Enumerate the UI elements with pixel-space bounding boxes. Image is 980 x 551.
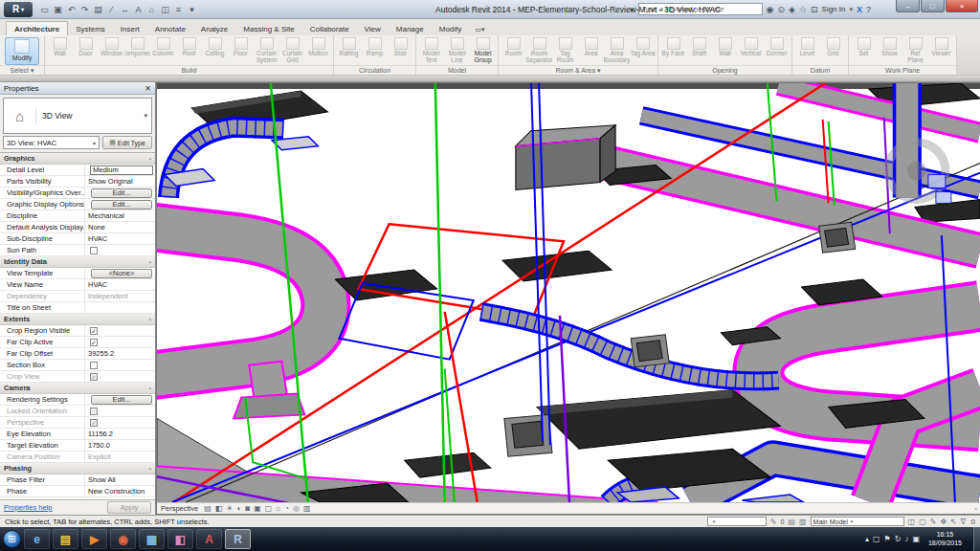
crop-view-icon[interactable]: ▣ bbox=[254, 504, 261, 514]
properties-palette-header[interactable]: Properties ✕ bbox=[0, 82, 155, 95]
tab-annotate[interactable]: Annotate bbox=[147, 22, 193, 35]
ribbon-button-curtain-system[interactable]: Curtain System bbox=[254, 36, 279, 65]
ribbon-button-stair[interactable]: Stair bbox=[388, 36, 413, 65]
reveal-hidden-elements-icon[interactable]: ◎ bbox=[293, 504, 300, 514]
ribbon-button-ceiling[interactable]: Ceiling bbox=[202, 36, 228, 65]
volume-icon[interactable]: ♪ bbox=[904, 535, 908, 543]
view-selector-combo[interactable]: 3D View: HVAC ▾ bbox=[3, 136, 100, 149]
tab-manage[interactable]: Manage bbox=[389, 22, 432, 35]
communication-center-icon[interactable]: ◈ bbox=[789, 5, 795, 14]
sign-in-person-icon[interactable]: ⊡ bbox=[811, 5, 818, 14]
ribbon-button-vertical[interactable]: Vertical bbox=[738, 36, 764, 65]
tab-analyze[interactable]: Analyze bbox=[193, 22, 235, 35]
display-icon[interactable]: ▢ bbox=[873, 535, 880, 543]
ribbon-button-ramp[interactable]: Ramp bbox=[362, 36, 388, 65]
undo-icon[interactable]: ↶ bbox=[66, 5, 77, 14]
panel-label-datum[interactable]: Datum bbox=[792, 65, 848, 75]
property-group-extents[interactable]: Extents▪ bbox=[0, 314, 155, 325]
property-checkbox[interactable] bbox=[90, 247, 98, 254]
ribbon-button-tag-area[interactable]: Tag Area bbox=[630, 36, 656, 65]
group-pin-icon[interactable]: ▪ bbox=[149, 466, 151, 472]
redo-icon[interactable]: ↷ bbox=[79, 5, 90, 14]
ribbon-button-set[interactable]: Set bbox=[851, 36, 877, 65]
group-pin-icon[interactable]: ▪ bbox=[149, 317, 151, 322]
ribbon-button-level[interactable]: Level bbox=[794, 36, 820, 65]
ribbon-display-toggle-icon[interactable]: ▭▾ bbox=[469, 23, 490, 35]
ribbon-button-ref-plane[interactable]: Ref Plane bbox=[902, 36, 928, 65]
ribbon-button-door[interactable]: Door bbox=[73, 36, 99, 65]
design-option-select[interactable]: Main Model▾ bbox=[811, 517, 904, 526]
sign-in-caret-icon[interactable]: ▾ bbox=[849, 6, 853, 13]
property-value-button[interactable]: Edit... bbox=[91, 200, 152, 209]
ribbon-button-mullion[interactable]: Mullion bbox=[305, 36, 331, 65]
visual-style-icon[interactable]: ◧ bbox=[215, 504, 223, 514]
property-checkbox[interactable]: ✓ bbox=[90, 339, 98, 346]
taskbar-clock[interactable]: 16:15 18/09/2015 bbox=[924, 531, 967, 547]
ribbon-button-area[interactable]: Area bbox=[578, 36, 604, 65]
panel-label-work-plane[interactable]: Work Plane bbox=[849, 65, 956, 75]
minimize-button[interactable]: – bbox=[896, 0, 920, 12]
editable-only-icon[interactable]: ✎ bbox=[770, 518, 777, 526]
shadows-icon[interactable]: ◐ bbox=[236, 504, 241, 514]
start-button[interactable]: ⊞ bbox=[3, 530, 21, 548]
ribbon-button-grid[interactable]: Grid bbox=[820, 36, 846, 65]
taskbar-photo-viewer[interactable]: ▦ bbox=[139, 529, 165, 549]
open-icon[interactable]: ▭ bbox=[39, 5, 50, 14]
taskbar-media-player[interactable]: ▶ bbox=[81, 529, 107, 549]
ribbon-button-area-boundary[interactable]: Area Boundary bbox=[604, 36, 630, 65]
exchange-apps-icon[interactable]: X bbox=[857, 5, 862, 14]
sign-in-button[interactable]: Sign In bbox=[822, 5, 846, 13]
default-3d-view-icon[interactable]: ⌂ bbox=[146, 5, 157, 14]
temporary-hide-isolate-icon[interactable]: ◔ bbox=[284, 504, 289, 514]
ribbon-button-curtain-grid[interactable]: Curtain Grid bbox=[279, 36, 305, 65]
application-menu-button[interactable]: R ▾ bbox=[4, 2, 33, 17]
view-control-bar-grip[interactable]: ▪ bbox=[975, 505, 977, 512]
properties-help-link[interactable]: Properties help bbox=[4, 503, 52, 512]
group-pin-icon[interactable]: ▪ bbox=[149, 386, 151, 391]
select-panel-label[interactable]: Select ▾ bbox=[0, 65, 44, 75]
type-selector[interactable]: ⌂ 3D View ▾ bbox=[3, 98, 152, 134]
favorites-icon[interactable]: ☆ bbox=[799, 5, 807, 14]
property-group-identity-data[interactable]: Identity Data▪ bbox=[0, 256, 155, 268]
property-group-phasing[interactable]: Phasing▪ bbox=[0, 463, 155, 474]
panel-label-build[interactable]: Build bbox=[45, 65, 333, 75]
press-drag-icon[interactable]: ✥ bbox=[940, 518, 947, 526]
property-value-combo[interactable]: Medium bbox=[90, 165, 153, 175]
network-icon[interactable]: ▣ bbox=[912, 535, 920, 543]
ribbon-button-room[interactable]: Room bbox=[501, 36, 526, 65]
hvac-3d-model[interactable] bbox=[157, 83, 980, 502]
ribbon-button-room-separator[interactable]: Room Separator bbox=[526, 36, 552, 65]
ribbon-button-model-text[interactable]: Model Text bbox=[418, 36, 444, 65]
edit-type-button[interactable]: ▦ Edit Type bbox=[102, 136, 152, 149]
show-crop-region-icon[interactable]: ▢ bbox=[265, 504, 273, 514]
property-checkbox[interactable]: ✓ bbox=[90, 327, 98, 335]
ribbon-button-by-face[interactable]: By Face bbox=[660, 36, 686, 65]
exclude-options-icon[interactable]: ▢ bbox=[919, 518, 926, 526]
taskbar-autocad[interactable]: A bbox=[196, 529, 222, 549]
panel-label-model[interactable]: Model bbox=[416, 65, 498, 75]
property-group-graphics[interactable]: Graphics▪ bbox=[0, 153, 155, 165]
ribbon-button-wall[interactable]: Wall bbox=[47, 36, 73, 65]
ribbon-button-dormer[interactable]: Dormer bbox=[764, 36, 790, 65]
modify-button[interactable]: Modify bbox=[5, 37, 39, 65]
search-icon[interactable]: ◉ bbox=[767, 5, 774, 14]
tab-collaborate[interactable]: Collaborate bbox=[302, 22, 357, 35]
property-value-button[interactable]: <None> bbox=[91, 269, 152, 278]
show-desktop-button[interactable] bbox=[973, 527, 980, 551]
group-pin-icon[interactable]: ▪ bbox=[149, 259, 151, 265]
text-icon[interactable]: A bbox=[133, 5, 144, 14]
close-button[interactable]: × bbox=[946, 0, 978, 12]
print-icon[interactable]: ▤ bbox=[93, 5, 103, 14]
subscription-center-icon[interactable]: ⊙ bbox=[777, 5, 785, 14]
ribbon-button-viewer[interactable]: Viewer bbox=[928, 36, 954, 65]
save-icon[interactable]: ▣ bbox=[53, 5, 63, 14]
group-pin-icon[interactable]: ▪ bbox=[149, 156, 151, 162]
worksets-icon[interactable]: ▤ bbox=[788, 518, 795, 526]
close-icon[interactable]: ✕ bbox=[145, 84, 151, 93]
taskbar-windows-explorer[interactable]: ▤ bbox=[53, 529, 78, 549]
ribbon-button-railing[interactable]: Railing bbox=[336, 36, 362, 65]
panel-label-circulation[interactable]: Circulation bbox=[334, 65, 415, 75]
thin-lines-icon[interactable]: ≡ bbox=[173, 5, 184, 14]
design-options-icon[interactable]: ◫ bbox=[908, 518, 916, 526]
filter-icon[interactable]: ∇ bbox=[961, 518, 966, 526]
